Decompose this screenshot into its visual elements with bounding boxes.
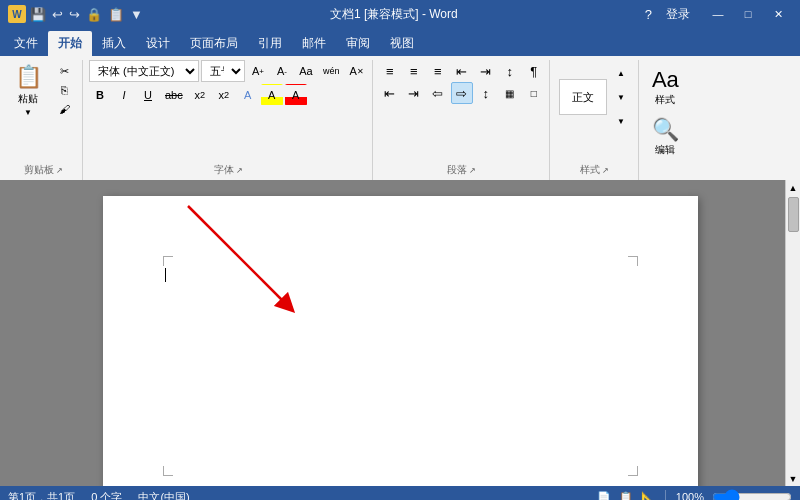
styles-big-label: 样式 [655,93,675,107]
print-layout-icon[interactable]: 📋 [619,491,633,501]
clipboard-expand-icon[interactable]: ↗ [56,166,63,175]
shrink-font-button[interactable]: A- [271,60,293,82]
styles-up-button[interactable]: ▲ [610,62,632,84]
center-button[interactable]: ⇥ [403,82,425,104]
editing-big-button[interactable]: 🔍 编辑 [647,114,684,160]
increase-indent-button[interactable]: ⇥ [475,60,497,82]
paste-dropdown[interactable]: ▼ [24,108,32,117]
text-cursor [165,268,166,282]
paragraph-group: ≡ ≡ ≡ ⇤ ⇥ ↕ ¶ ⇤ ⇥ ⇦ ⇨ ↕ ▦ □ 段落 ↗ [375,60,550,180]
multilevel-button[interactable]: ≡ [427,60,449,82]
underline-button[interactable]: U [137,84,159,106]
document-area: ▲ ▼ [0,180,800,486]
login-button[interactable]: 登录 [660,4,696,25]
maximize-button[interactable]: □ [734,0,762,28]
corner-br [628,466,638,476]
bold-button[interactable]: B [89,84,111,106]
phonetic-guide-button[interactable]: wén [319,60,344,82]
dropdown-icon[interactable]: ▼ [130,7,143,22]
clipboard-small-buttons: ✂ ⎘ 🖌 [50,62,78,118]
clipboard-group: 📋 粘贴 ▼ ✂ ⎘ 🖌 剪贴板 ↗ [4,60,83,180]
tab-design[interactable]: 设计 [136,31,180,56]
align-left-button[interactable]: ⇤ [379,82,401,104]
corner-bl [163,466,173,476]
scroll-down-button[interactable]: ▼ [786,471,801,486]
status-right: 📄 📋 📐 100% [597,490,792,500]
undo-icon[interactable]: ↩ [52,7,63,22]
zoom-slider[interactable] [712,492,792,500]
sort-button[interactable]: ↕ [499,60,521,82]
italic-button[interactable]: I [113,84,135,106]
shading-button[interactable]: ▦ [499,82,521,104]
help-button[interactable]: ? [645,7,652,22]
corner-tl [163,256,173,266]
justify-button[interactable]: ⇨ [451,82,473,104]
strikethrough-button[interactable]: abc [161,84,187,106]
font-label: 字体 ↗ [89,161,368,178]
clipboard-icon[interactable]: 📋 [108,7,124,22]
styles-more-button[interactable]: ▼ [610,110,632,132]
save-icon[interactable]: 💾 [30,7,46,22]
paragraph-expand-icon[interactable]: ↗ [469,166,476,175]
paste-icon: 📋 [15,64,42,90]
close-button[interactable]: ✕ [764,0,792,28]
styles-expand-icon[interactable]: ↗ [602,166,609,175]
paste-button[interactable]: 📋 粘贴 ▼ [8,62,48,118]
highlight-color-button[interactable]: A [261,84,283,106]
read-mode-icon[interactable]: 📄 [597,491,611,501]
paste-label: 粘贴 [18,92,38,106]
word-icon: W [8,5,26,23]
clipboard-label: 剪贴板 ↗ [8,161,78,178]
font-style-row: B I U abc x2 x2 A A A [89,84,368,106]
superscript-button[interactable]: x2 [213,84,235,106]
bullets-button[interactable]: ≡ [379,60,401,82]
scroll-up-button[interactable]: ▲ [786,180,801,195]
document-page[interactable] [103,196,698,486]
title-bar-left: W 💾 ↩ ↪ 🔒 📋 ▼ [8,5,143,23]
normal-style[interactable]: 正文 [559,79,607,115]
clear-format-button[interactable]: A✕ [346,60,368,82]
editing-big-icon: 🔍 [652,117,679,143]
show-formatting-button[interactable]: ¶ [523,60,545,82]
font-name-select[interactable]: 宋体 (中文正文) [89,60,199,82]
tab-home[interactable]: 开始 [48,31,92,56]
window-title: 文档1 [兼容模式] - Word [143,6,645,23]
grow-font-button[interactable]: A+ [247,60,269,82]
tab-view[interactable]: 视图 [380,31,424,56]
border-button[interactable]: □ [523,82,545,104]
tab-mailings[interactable]: 邮件 [292,31,336,56]
styles-down-button[interactable]: ▼ [610,86,632,108]
web-layout-icon[interactable]: 📐 [641,491,655,501]
change-case-button[interactable]: Aa [295,60,317,82]
styles-big-icon: Aa [652,67,679,93]
styles-scroll: 正文 ▲ ▼ ▼ [558,62,632,132]
tab-file[interactable]: 文件 [4,31,48,56]
annotation-arrow [103,196,698,486]
status-bar: 第1页，共1页 0 个字 中文(中国) 📄 📋 📐 100% [0,486,800,500]
tab-references[interactable]: 引用 [248,31,292,56]
copy-button[interactable]: ⎘ [50,81,78,99]
tab-insert[interactable]: 插入 [92,31,136,56]
minimize-button[interactable]: — [704,0,732,28]
redo-icon[interactable]: ↪ [69,7,80,22]
format-painter-button[interactable]: 🖌 [50,100,78,118]
page-info: 第1页，共1页 [8,490,75,501]
font-color-button[interactable]: A [285,84,307,106]
line-spacing-button[interactable]: ↕ [475,82,497,104]
vertical-scrollbar: ▲ ▼ [785,180,800,486]
decrease-indent-button[interactable]: ⇤ [451,60,473,82]
styles-big-button[interactable]: Aa 样式 [647,64,684,110]
font-name-row: 宋体 (中文正文) 五号 A+ A- Aa wén A✕ [89,60,368,82]
scroll-thumb[interactable] [788,197,799,232]
text-effects-button[interactable]: A [237,84,259,106]
numbering-button[interactable]: ≡ [403,60,425,82]
zoom-level: 100% [676,491,704,500]
font-size-select[interactable]: 五号 [201,60,245,82]
window-controls: — □ ✕ [704,0,792,28]
align-right-button[interactable]: ⇦ [427,82,449,104]
tab-page-layout[interactable]: 页面布局 [180,31,248,56]
subscript-button[interactable]: x2 [189,84,211,106]
font-expand-icon[interactable]: ↗ [236,166,243,175]
cut-button[interactable]: ✂ [50,62,78,80]
tab-review[interactable]: 审阅 [336,31,380,56]
